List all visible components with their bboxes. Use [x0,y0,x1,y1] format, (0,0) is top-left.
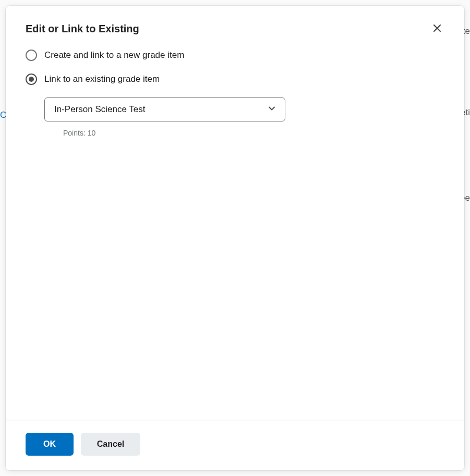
close-icon [433,24,441,34]
radio-create-new[interactable]: Create and link to a new grade item [26,50,444,61]
radio-icon-selected [26,74,37,85]
modal-title: Edit or Link to Existing [26,23,139,35]
close-button[interactable] [430,21,444,36]
spacer [26,137,444,421]
edit-link-modal: Edit or Link to Existing Create and link… [6,6,464,470]
grade-item-select-wrapper: In-Person Science Test Points: 10 [44,97,444,137]
modal-footer: OK Cancel [6,421,464,470]
cancel-button[interactable]: Cancel [81,433,140,456]
radio-dot-icon [29,77,34,82]
modal-body: Create and link to a new grade item Link… [6,46,464,421]
ok-button[interactable]: OK [26,433,74,456]
chevron-down-icon [268,105,275,114]
grade-item-select[interactable]: In-Person Science Test [44,97,285,121]
radio-label: Link to an existing grade item [44,74,160,84]
radio-link-existing[interactable]: Link to an existing grade item [26,74,444,85]
select-value: In-Person Science Test [54,104,146,115]
points-label: Points: 10 [63,129,444,137]
radio-icon [26,50,37,61]
radio-label: Create and link to a new grade item [44,50,184,60]
modal-header: Edit or Link to Existing [6,6,464,46]
